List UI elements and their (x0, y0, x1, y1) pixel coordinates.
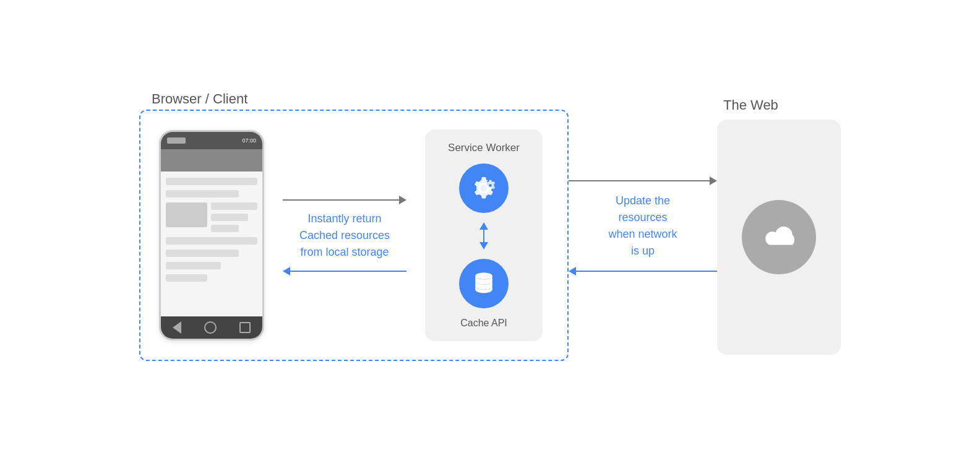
cloud-icon (757, 222, 801, 253)
phone-mockup: 07:00 (159, 130, 264, 341)
update-label: Update the resources when network is up (608, 193, 677, 259)
content-row-1 (166, 202, 257, 232)
web-to-sw-line (576, 271, 717, 272)
gears-icon (469, 173, 499, 203)
update-the-text: Update the (616, 194, 670, 207)
browser-client-label: Browser / Client (152, 91, 247, 107)
back-button-icon (173, 321, 181, 334)
content-image-placeholder (166, 202, 207, 227)
recents-button-icon (239, 322, 251, 333)
left-arrow-head (283, 267, 290, 276)
cached-label: Instantly return Cached resources from l… (299, 211, 390, 261)
instantly-return-text: Instantly return (307, 212, 381, 225)
content-line-2 (211, 214, 248, 221)
browser-client-section: Browser / Client 07:00 (139, 91, 569, 361)
cached-resources-text: Cached resources (299, 229, 390, 241)
service-worker-label: Service Worker (448, 142, 520, 154)
right-arrow (283, 196, 406, 204)
content-block-3 (166, 237, 257, 245)
cache-circle (459, 259, 509, 308)
gears-circle (459, 163, 509, 213)
content-block-1 (166, 178, 257, 185)
phone-toolbar (161, 149, 262, 172)
left-arrow (283, 267, 406, 276)
phone-to-sw-arrows: Instantly return Cached resources from l… (283, 196, 406, 276)
right-arrow-line (283, 199, 399, 201)
phone-time: 07:00 (242, 137, 256, 144)
from-local-storage-text: from local storage (300, 246, 389, 258)
cloud-circle (742, 200, 816, 274)
svg-point-2 (475, 272, 492, 279)
cache-api-label: Cache API (460, 318, 507, 329)
right-arrow-head (399, 196, 406, 204)
when-network-text: when network (608, 228, 677, 240)
content-block-5 (166, 262, 221, 269)
phone-status-bar: 07:00 (161, 132, 262, 149)
the-web-label: The Web (723, 97, 778, 113)
diagram-container: Browser / Client 07:00 (26, 15, 954, 437)
content-line-3 (211, 225, 239, 232)
service-worker-box: Service Worker (425, 129, 543, 341)
is-up-text: is up (631, 245, 655, 257)
signal-icon (167, 137, 186, 144)
web-to-sw-head (569, 267, 576, 276)
v-arrow-up (479, 222, 488, 230)
database-icon (470, 270, 497, 297)
web-box (717, 120, 841, 355)
phone-content (161, 172, 262, 316)
sw-to-web-arrows: Update the resources when network is up (569, 176, 717, 276)
content-line-1 (211, 202, 257, 210)
web-to-sw-left-arrow (569, 267, 717, 276)
v-arrow-down (479, 242, 488, 250)
sw-to-web-line (569, 180, 710, 181)
vertical-double-arrow (479, 222, 488, 250)
dashed-boundary: 07:00 (139, 110, 569, 361)
svg-point-1 (489, 184, 492, 187)
v-arrow-line-1 (483, 230, 484, 242)
content-block-6 (166, 274, 207, 282)
content-block-4 (166, 250, 239, 257)
sw-to-web-right-arrow (569, 176, 717, 185)
resources-text: resources (618, 211, 667, 224)
the-web-section: The Web (717, 97, 841, 355)
home-button-icon (204, 321, 217, 334)
sw-to-web-head (710, 176, 717, 185)
left-arrow-line (290, 271, 406, 272)
phone-bottom-bar (161, 316, 262, 339)
content-block-2 (166, 190, 239, 198)
